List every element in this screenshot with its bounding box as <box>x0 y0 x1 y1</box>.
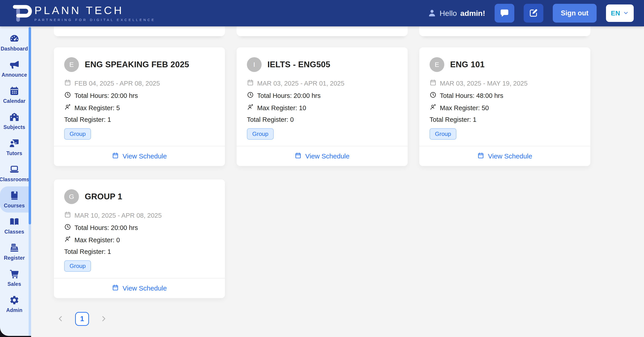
view-schedule-link[interactable]: View Schedule <box>54 278 225 298</box>
course-card: I IELTS - ENG505 MAR 03, 2025 - APR 01, … <box>236 47 408 166</box>
view-schedule-link[interactable]: View Schedule <box>54 146 225 166</box>
group-badge: Group <box>430 128 456 140</box>
greeting-text: Hello <box>440 9 457 18</box>
calendar-icon <box>112 152 119 160</box>
course-title: GROUP 1 <box>85 192 122 201</box>
brand-name: PLANN TECH <box>34 5 156 16</box>
sidebar-item-admin[interactable]: Admin <box>0 291 28 317</box>
chevron-left-icon <box>56 315 64 323</box>
tutor-icon <box>9 138 20 148</box>
course-title: ENG 101 <box>450 60 484 69</box>
sidebar-item-subjects[interactable]: Subjects <box>0 108 28 134</box>
course-card: G GROUP 1 MAR 10, 2025 - APR 08, 2025 To… <box>54 179 225 298</box>
brand-tagline: PARTNERING FOR DIGITAL EXCELLENCE <box>34 18 156 22</box>
chevron-down-icon <box>623 10 629 16</box>
sidebar-item-label: Classrooms <box>0 177 29 183</box>
sidebar-item-announce[interactable]: Announce <box>0 56 28 82</box>
view-schedule-label: View Schedule <box>122 285 167 292</box>
gear-icon <box>9 295 20 305</box>
sidebar-item-label: Dashboard <box>1 46 28 52</box>
sidebar-item-label: Admin <box>6 307 22 313</box>
sidebar-item-register[interactable]: Register <box>0 239 28 265</box>
sidebar-item-courses[interactable]: Courses <box>0 186 28 213</box>
calendar-icon <box>64 211 71 220</box>
next-page-button[interactable] <box>98 314 108 324</box>
calendar-icon <box>64 79 71 88</box>
sidebar-item-sales[interactable]: Sales <box>0 265 28 291</box>
sidebar-scrollbar-thumb[interactable] <box>28 27 31 224</box>
course-date-range: MAR 10, 2025 - APR 08, 2025 <box>74 212 162 219</box>
course-date-range: MAR 03, 2025 - APR 01, 2025 <box>257 80 344 87</box>
user-plus-icon <box>247 104 254 112</box>
prev-page-button[interactable] <box>56 314 66 324</box>
language-selector[interactable]: EN <box>606 4 634 22</box>
sign-out-button[interactable]: Sign out <box>553 4 596 22</box>
edit-button[interactable] <box>524 4 544 22</box>
course-total-register: Total Register: 1 <box>430 116 476 123</box>
megaphone-icon <box>9 60 20 70</box>
course-date-range: FEB 04, 2025 - APR 08, 2025 <box>74 80 160 87</box>
sidebar-item-label: Announce <box>2 72 27 78</box>
calendar-icon <box>430 79 436 88</box>
partial-card <box>419 26 590 36</box>
view-schedule-link[interactable]: View Schedule <box>419 146 590 166</box>
language-label: EN <box>611 9 620 17</box>
chat-button[interactable] <box>495 4 514 22</box>
calendar-icon <box>112 284 119 293</box>
view-schedule-label: View Schedule <box>122 152 167 160</box>
course-total-register: Total Register: 1 <box>64 116 111 123</box>
sidebar-item-label: Register <box>4 255 25 261</box>
page-number-button[interactable]: 1 <box>75 312 89 326</box>
view-schedule-link[interactable]: View Schedule <box>236 146 408 166</box>
course-max-register: Max Register: 10 <box>257 104 306 112</box>
user-plus-icon <box>64 236 71 244</box>
clock-icon <box>430 91 436 100</box>
clock-icon <box>64 224 71 232</box>
course-avatar: G <box>64 189 79 204</box>
sidebar-item-label: Subjects <box>3 124 25 130</box>
pagination: 1 <box>56 312 590 326</box>
view-schedule-label: View Schedule <box>305 152 350 160</box>
course-total-register: Total Register: 1 <box>64 248 111 255</box>
course-total-register: Total Register: 0 <box>247 116 294 123</box>
course-max-register: Max Register: 5 <box>74 104 120 112</box>
chat-icon <box>500 8 509 18</box>
user-plus-icon <box>64 104 71 112</box>
clock-icon <box>247 91 254 100</box>
edit-icon <box>529 8 538 18</box>
course-max-register: Max Register: 0 <box>74 236 120 244</box>
sidebar: Dashboard Announce Calendar Subjects Tut… <box>0 26 31 336</box>
partial-card <box>236 26 408 36</box>
course-card-grid: E ENG SPEAKING FEB 2025 FEB 04, 2025 - A… <box>54 47 590 298</box>
sidebar-item-label: Courses <box>4 203 24 209</box>
course-total-hours: Total Hours: 48:00 hrs <box>440 92 503 99</box>
sidebar-item-classes[interactable]: Classes <box>0 213 28 239</box>
user-icon <box>428 9 436 17</box>
sidebar-item-dashboard[interactable]: Dashboard <box>0 29 28 56</box>
top-navbar: PLANN TECH PARTNERING FOR DIGITAL EXCELL… <box>0 0 644 26</box>
sidebar-nav: Dashboard Announce Calendar Subjects Tut… <box>0 26 31 317</box>
sidebar-item-classrooms[interactable]: Classrooms <box>0 160 28 186</box>
sidebar-scrollbar-track[interactable] <box>28 26 31 336</box>
book-icon <box>9 190 20 201</box>
calendar-icon <box>9 86 20 96</box>
open-book-icon <box>9 217 20 227</box>
laptop-icon <box>9 164 20 175</box>
sidebar-item-label: Calendar <box>3 98 26 104</box>
sidebar-item-calendar[interactable]: Calendar <box>0 82 28 108</box>
sidebar-item-label: Classes <box>4 229 24 235</box>
course-total-hours: Total Hours: 20:00 hrs <box>74 224 138 232</box>
course-title: IELTS - ENG505 <box>268 60 330 69</box>
sidebar-item-tutors[interactable]: Tutors <box>0 134 28 160</box>
school-icon <box>9 112 20 122</box>
calendar-icon <box>247 79 254 88</box>
brand: PLANN TECH PARTNERING FOR DIGITAL EXCELL… <box>9 2 156 24</box>
gauge-icon <box>9 33 20 44</box>
cart-icon <box>9 269 20 279</box>
course-card: E ENG 101 MAR 03, 2025 - MAY 19, 2025 To… <box>419 47 590 166</box>
navbar-actions: Hello admin! Sign out EN <box>428 4 634 22</box>
course-card: E ENG SPEAKING FEB 2025 FEB 04, 2025 - A… <box>54 47 225 166</box>
sidebar-item-label: Tutors <box>6 150 22 156</box>
course-total-hours: Total Hours: 20:00 hrs <box>74 92 138 99</box>
view-schedule-label: View Schedule <box>488 152 532 160</box>
